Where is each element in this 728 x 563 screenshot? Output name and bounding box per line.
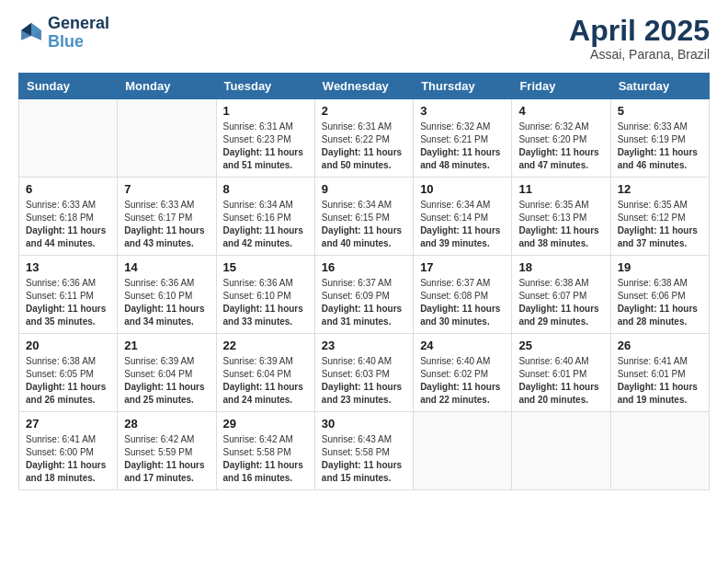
- calendar-cell: 12Sunrise: 6:35 AMSunset: 6:12 PMDayligh…: [610, 178, 709, 256]
- day-header-monday: Monday: [118, 74, 216, 99]
- day-number: 19: [618, 260, 702, 274]
- cell-content: Sunrise: 6:34 AMSunset: 6:15 PMDaylight:…: [322, 199, 406, 250]
- calendar-cell: 25Sunrise: 6:40 AMSunset: 6:01 PMDayligh…: [512, 334, 610, 412]
- day-number: 6: [26, 182, 110, 196]
- calendar-cell: 5Sunrise: 6:33 AMSunset: 6:19 PMDaylight…: [610, 99, 709, 178]
- cell-content: Sunrise: 6:36 AMSunset: 6:11 PMDaylight:…: [26, 277, 110, 328]
- calendar-cell: 7Sunrise: 6:33 AMSunset: 6:17 PMDaylight…: [118, 178, 216, 256]
- day-number: 10: [420, 182, 505, 196]
- day-number: 1: [223, 104, 308, 118]
- day-header-saturday: Saturday: [610, 74, 709, 99]
- calendar-cell: 11Sunrise: 6:35 AMSunset: 6:13 PMDayligh…: [512, 178, 610, 256]
- cell-content: Sunrise: 6:36 AMSunset: 6:10 PMDaylight:…: [124, 277, 209, 328]
- day-number: 15: [223, 260, 308, 274]
- cell-content: Sunrise: 6:32 AMSunset: 6:21 PMDaylight:…: [420, 121, 505, 172]
- cell-content: Sunrise: 6:33 AMSunset: 6:19 PMDaylight:…: [618, 121, 702, 172]
- day-number: 28: [124, 417, 209, 431]
- day-number: 2: [322, 104, 406, 118]
- calendar-cell: 10Sunrise: 6:34 AMSunset: 6:14 PMDayligh…: [414, 178, 512, 256]
- cell-content: Sunrise: 6:34 AMSunset: 6:14 PMDaylight:…: [420, 199, 505, 250]
- day-number: 27: [26, 417, 110, 431]
- day-number: 29: [223, 417, 308, 431]
- day-number: 17: [420, 260, 505, 274]
- cell-content: Sunrise: 6:33 AMSunset: 6:17 PMDaylight:…: [124, 199, 209, 250]
- calendar-cell: [118, 99, 216, 178]
- calendar-cell: 18Sunrise: 6:38 AMSunset: 6:07 PMDayligh…: [512, 256, 610, 334]
- main-title: April 2025: [569, 15, 710, 47]
- subtitle: Assai, Parana, Brazil: [569, 47, 710, 62]
- week-row-1: 1Sunrise: 6:31 AMSunset: 6:23 PMDaylight…: [19, 99, 710, 178]
- calendar-cell: 26Sunrise: 6:41 AMSunset: 6:01 PMDayligh…: [610, 334, 709, 412]
- cell-content: Sunrise: 6:40 AMSunset: 6:01 PMDaylight:…: [518, 355, 603, 407]
- day-number: 23: [322, 339, 406, 352]
- calendar-cell: [512, 412, 610, 490]
- calendar-cell: [610, 412, 709, 490]
- day-number: 30: [322, 417, 406, 431]
- week-row-3: 13Sunrise: 6:36 AMSunset: 6:11 PMDayligh…: [19, 256, 710, 334]
- day-number: 20: [26, 339, 110, 352]
- cell-content: Sunrise: 6:35 AMSunset: 6:12 PMDaylight:…: [618, 199, 702, 250]
- calendar-cell: 1Sunrise: 6:31 AMSunset: 6:23 PMDaylight…: [216, 99, 314, 178]
- cell-content: Sunrise: 6:31 AMSunset: 6:23 PMDaylight:…: [223, 121, 308, 172]
- day-number: 7: [124, 182, 209, 196]
- day-number: 16: [322, 260, 406, 274]
- cell-content: Sunrise: 6:42 AMSunset: 5:59 PMDaylight:…: [124, 433, 209, 485]
- calendar-cell: 2Sunrise: 6:31 AMSunset: 6:22 PMDaylight…: [314, 99, 413, 178]
- cell-content: Sunrise: 6:39 AMSunset: 6:04 PMDaylight:…: [223, 355, 308, 407]
- logo-text: General Blue: [48, 15, 109, 52]
- calendar-table: SundayMondayTuesdayWednesdayThursdayFrid…: [18, 73, 710, 490]
- calendar-cell: 13Sunrise: 6:36 AMSunset: 6:11 PMDayligh…: [19, 256, 118, 334]
- cell-content: Sunrise: 6:39 AMSunset: 6:04 PMDaylight:…: [124, 355, 209, 407]
- cell-content: Sunrise: 6:32 AMSunset: 6:20 PMDaylight:…: [518, 121, 603, 172]
- cell-content: Sunrise: 6:38 AMSunset: 6:05 PMDaylight:…: [26, 355, 110, 407]
- day-header-sunday: Sunday: [19, 74, 118, 99]
- logo-icon: [18, 20, 44, 46]
- cell-content: Sunrise: 6:31 AMSunset: 6:22 PMDaylight:…: [322, 121, 406, 172]
- day-number: 26: [618, 339, 702, 352]
- calendar-cell: 17Sunrise: 6:37 AMSunset: 6:08 PMDayligh…: [414, 256, 512, 334]
- week-row-2: 6Sunrise: 6:33 AMSunset: 6:18 PMDaylight…: [19, 178, 710, 256]
- day-header-wednesday: Wednesday: [314, 74, 413, 99]
- calendar-cell: 4Sunrise: 6:32 AMSunset: 6:20 PMDaylight…: [512, 99, 610, 178]
- calendar-cell: 16Sunrise: 6:37 AMSunset: 6:09 PMDayligh…: [314, 256, 413, 334]
- logo: General Blue: [18, 15, 109, 52]
- header: General Blue April 2025 Assai, Parana, B…: [18, 15, 710, 62]
- cell-content: Sunrise: 6:33 AMSunset: 6:18 PMDaylight:…: [26, 199, 110, 250]
- day-number: 11: [518, 182, 603, 196]
- cell-content: Sunrise: 6:35 AMSunset: 6:13 PMDaylight:…: [518, 199, 603, 250]
- calendar-cell: 22Sunrise: 6:39 AMSunset: 6:04 PMDayligh…: [216, 334, 314, 412]
- cell-content: Sunrise: 6:40 AMSunset: 6:03 PMDaylight:…: [322, 355, 406, 407]
- cell-content: Sunrise: 6:37 AMSunset: 6:09 PMDaylight:…: [322, 277, 406, 328]
- day-number: 25: [518, 339, 603, 352]
- day-number: 8: [223, 182, 308, 196]
- calendar-cell: [19, 99, 118, 178]
- cell-content: Sunrise: 6:37 AMSunset: 6:08 PMDaylight:…: [420, 277, 505, 328]
- day-header-friday: Friday: [512, 74, 610, 99]
- day-number: 5: [618, 104, 702, 118]
- page: General Blue April 2025 Assai, Parana, B…: [0, 0, 728, 563]
- calendar-cell: 19Sunrise: 6:38 AMSunset: 6:06 PMDayligh…: [610, 256, 709, 334]
- calendar-cell: 9Sunrise: 6:34 AMSunset: 6:15 PMDaylight…: [314, 178, 413, 256]
- calendar-cell: 28Sunrise: 6:42 AMSunset: 5:59 PMDayligh…: [118, 412, 216, 490]
- calendar-cell: 27Sunrise: 6:41 AMSunset: 6:00 PMDayligh…: [19, 412, 118, 490]
- calendar-cell: 8Sunrise: 6:34 AMSunset: 6:16 PMDaylight…: [216, 178, 314, 256]
- week-row-5: 27Sunrise: 6:41 AMSunset: 6:00 PMDayligh…: [19, 412, 710, 490]
- day-header-tuesday: Tuesday: [216, 74, 314, 99]
- calendar-cell: 14Sunrise: 6:36 AMSunset: 6:10 PMDayligh…: [118, 256, 216, 334]
- cell-content: Sunrise: 6:38 AMSunset: 6:07 PMDaylight:…: [518, 277, 603, 328]
- day-number: 9: [322, 182, 406, 196]
- cell-content: Sunrise: 6:40 AMSunset: 6:02 PMDaylight:…: [420, 355, 505, 407]
- cell-content: Sunrise: 6:41 AMSunset: 6:01 PMDaylight:…: [618, 355, 702, 407]
- calendar-cell: 24Sunrise: 6:40 AMSunset: 6:02 PMDayligh…: [414, 334, 512, 412]
- week-row-4: 20Sunrise: 6:38 AMSunset: 6:05 PMDayligh…: [19, 334, 710, 412]
- calendar-header-row: SundayMondayTuesdayWednesdayThursdayFrid…: [19, 74, 710, 99]
- cell-content: Sunrise: 6:38 AMSunset: 6:06 PMDaylight:…: [618, 277, 702, 328]
- day-number: 18: [518, 260, 603, 274]
- cell-content: Sunrise: 6:42 AMSunset: 5:58 PMDaylight:…: [223, 433, 308, 485]
- logo-line1: General: [48, 15, 109, 33]
- title-block: April 2025 Assai, Parana, Brazil: [569, 15, 710, 62]
- day-number: 4: [518, 104, 603, 118]
- cell-content: Sunrise: 6:41 AMSunset: 6:00 PMDaylight:…: [26, 433, 110, 485]
- calendar-cell: 23Sunrise: 6:40 AMSunset: 6:03 PMDayligh…: [314, 334, 413, 412]
- calendar-cell: 29Sunrise: 6:42 AMSunset: 5:58 PMDayligh…: [216, 412, 314, 490]
